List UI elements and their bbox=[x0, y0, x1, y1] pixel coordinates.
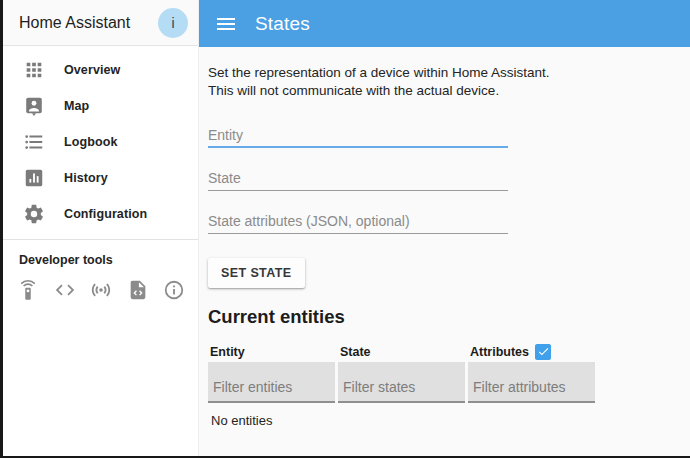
current-entities-heading: Current entities bbox=[208, 306, 670, 328]
no-entities-message: No entities bbox=[208, 413, 670, 428]
set-state-form: SET STATE bbox=[208, 119, 508, 288]
sidebar-item-label: Logbook bbox=[64, 135, 117, 149]
sidebar-menu: Overview Map Logbook bbox=[3, 46, 198, 232]
entities-table: Entity State Attributes bbox=[208, 341, 670, 428]
state-input[interactable] bbox=[208, 162, 508, 191]
filter-entities-cell bbox=[208, 362, 335, 403]
entities-table-header-row: Entity State Attributes bbox=[208, 341, 670, 362]
set-state-button[interactable]: SET STATE bbox=[208, 258, 305, 288]
gear-icon bbox=[23, 203, 45, 225]
sidebar-item-label: History bbox=[64, 171, 108, 185]
remote-icon[interactable] bbox=[17, 279, 39, 301]
sidebar-item-map[interactable]: Map bbox=[3, 88, 198, 124]
access-point-icon[interactable] bbox=[90, 279, 112, 301]
hamburger-icon[interactable] bbox=[214, 12, 238, 36]
attributes-header-label: Attributes bbox=[470, 345, 529, 359]
list-bulleted-icon bbox=[23, 131, 45, 153]
attributes-column-header: Attributes bbox=[468, 341, 595, 362]
developer-tools-icons bbox=[3, 272, 198, 301]
state-attributes-input[interactable] bbox=[208, 205, 508, 234]
account-location-icon bbox=[23, 95, 45, 117]
developer-tools-label: Developer tools bbox=[3, 240, 198, 272]
sidebar: Home Assistant i Overview Map Logbook bbox=[3, 0, 199, 456]
file-code-icon[interactable] bbox=[127, 279, 149, 301]
filter-attributes-input[interactable] bbox=[468, 379, 595, 401]
state-field bbox=[208, 162, 508, 191]
filter-entities-input[interactable] bbox=[208, 379, 335, 401]
home-assistant-window: Home Assistant i Overview Map Logbook bbox=[0, 0, 690, 458]
chart-box-icon bbox=[23, 167, 45, 189]
sidebar-item-overview[interactable]: Overview bbox=[3, 52, 198, 88]
sidebar-item-label: Configuration bbox=[64, 207, 147, 221]
filter-states-input[interactable] bbox=[338, 379, 465, 401]
entities-table-filter-row bbox=[208, 362, 670, 403]
filter-states-cell bbox=[338, 362, 465, 403]
sidebar-header: Home Assistant i bbox=[3, 0, 198, 46]
checkmark-icon bbox=[537, 345, 550, 358]
sidebar-item-logbook[interactable]: Logbook bbox=[3, 124, 198, 160]
info-outline-icon[interactable] bbox=[163, 279, 185, 301]
entity-field bbox=[208, 119, 508, 148]
state-column-header: State bbox=[338, 341, 465, 362]
info-badge[interactable]: i bbox=[158, 8, 188, 38]
sidebar-item-history[interactable]: History bbox=[3, 160, 198, 196]
main-panel: States Set the representation of a devic… bbox=[199, 0, 690, 456]
sidebar-item-label: Overview bbox=[64, 63, 120, 77]
states-content: Set the representation of a device withi… bbox=[199, 47, 690, 428]
filter-attributes-cell bbox=[468, 362, 595, 403]
entity-input[interactable] bbox=[208, 119, 508, 148]
sidebar-item-label: Map bbox=[64, 99, 89, 113]
attributes-checkbox[interactable] bbox=[535, 344, 551, 360]
page-description: Set the representation of a device withi… bbox=[208, 64, 670, 99]
app-title: Home Assistant bbox=[19, 14, 158, 32]
entity-column-header: Entity bbox=[208, 341, 335, 362]
state-attributes-field bbox=[208, 205, 508, 234]
code-tags-icon[interactable] bbox=[54, 279, 76, 301]
description-line-1: Set the representation of a device withi… bbox=[208, 64, 670, 82]
apps-icon bbox=[23, 59, 45, 81]
description-line-2: This will not communicate with the actua… bbox=[208, 82, 670, 100]
sidebar-item-configuration[interactable]: Configuration bbox=[3, 196, 198, 232]
page-title: States bbox=[255, 13, 310, 35]
app-bar: States bbox=[199, 0, 690, 47]
